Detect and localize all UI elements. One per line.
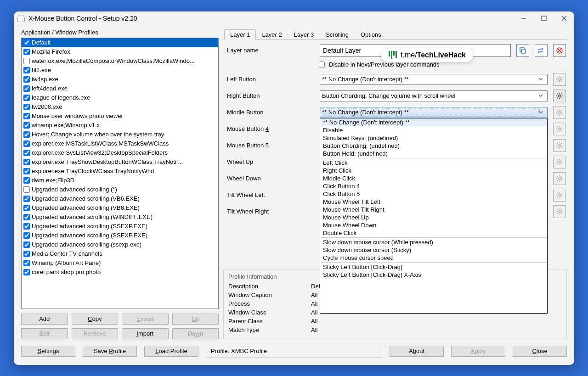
profile-label: Upgraded advanced scrolling (WINDIFF.EXE… [32,213,153,220]
save-profile-button[interactable]: Save Profile [83,346,137,357]
maximize-button[interactable] [534,11,554,26]
profile-checkbox[interactable] [23,67,30,73]
profile-checkbox[interactable] [23,177,30,184]
profile-item[interactable]: Upgraded advanced scrolling (SSEXP.EXE) [22,231,218,240]
reset-layer-button[interactable] [553,44,566,57]
dropdown-option[interactable]: Middle Click [320,174,547,182]
profile-checkbox[interactable] [23,260,30,266]
dropdown-option[interactable]: Double Click [320,229,547,237]
dropdown-option[interactable]: Mouse Wheel Up [320,213,547,221]
profile-item[interactable]: Winamp (Album Art Pane) [22,258,218,268]
profile-item[interactable]: Upgraded advanced scrolling (*) [22,185,218,194]
dropdown-option[interactable]: Button Chording: (undefined) [320,142,547,150]
dropdown-option[interactable]: Cycle mouse cursor speed [320,254,547,262]
profile-checkbox[interactable] [23,85,30,92]
profile-item[interactable]: waterfox.exe;MozillaCompositorWindowClas… [22,56,218,66]
swap-layer-button[interactable] [535,44,548,57]
dropdown-option[interactable]: Mouse Wheel Tilt Left [320,198,547,206]
profile-item[interactable]: league of legends.exe [22,93,218,102]
profile-item[interactable]: explorer.exe;MSTaskListWClass;MSTaskSwWC… [22,139,218,148]
profile-checkbox[interactable] [23,39,30,46]
profile-checkbox[interactable] [23,140,30,147]
profile-checkbox[interactable] [23,159,30,165]
minimize-button[interactable] [514,11,534,26]
dropdown-option[interactable]: Left Click [320,159,547,167]
profile-item[interactable]: corel paint shop pro photo [22,268,218,277]
profile-checkbox[interactable] [23,205,30,211]
dropdown-option[interactable]: Mouse Wheel Down [320,221,547,229]
profile-checkbox[interactable] [23,58,30,64]
tab-layer-2[interactable]: Layer 2 [256,29,288,40]
profile-checkbox[interactable] [23,269,30,275]
dropdown-option[interactable]: Mouse Wheel Tilt Right [320,206,547,213]
profile-checkbox[interactable] [23,95,30,101]
profile-item[interactable]: dwm.exe;Flip3D [22,176,218,185]
profile-list[interactable]: DefaultMozilla Firefoxwaterfox.exe;Mozil… [21,38,219,309]
profile-item[interactable]: Media Center TV channels [22,249,218,258]
tab-layer-1[interactable]: Layer 1 [224,29,256,40]
dropdown-option[interactable]: Click Button 4 [320,182,547,190]
load-profile-button[interactable]: Load Profile [144,346,198,357]
settings-button[interactable]: Settings [21,346,75,357]
profile-item[interactable]: iw4sp.exe [22,75,218,84]
dropdown-option[interactable]: ** No Change (Don't intercept) ** [320,118,547,126]
profile-checkbox[interactable] [23,232,30,239]
close-footer-button[interactable]: Close [513,346,567,357]
profile-item[interactable]: tw2008.exe [22,102,218,112]
dropdown-option[interactable]: Slow down mouse cursor (While pressed) [320,238,547,246]
profile-checkbox[interactable] [23,49,30,55]
profile-item[interactable]: explorer.exe;TrayClockWClass;TrayNotifyW… [22,167,218,176]
profile-checkbox[interactable] [23,122,30,129]
profile-checkbox[interactable] [23,76,30,83]
close-button[interactable] [554,11,574,26]
action-dropdown-popup[interactable]: ** No Change (Don't intercept) **Disable… [320,118,548,314]
action-dropdown[interactable]: ** No Change (Don't intercept) ** [320,74,548,85]
profile-checkbox[interactable] [23,223,30,230]
profile-checkbox[interactable] [23,196,30,202]
profile-item[interactable]: explorer.exe;TrayShowDesktopButtonWClass… [22,157,218,167]
svg-line-44 [561,127,562,127]
profile-item[interactable]: Upgraded advanced scrolling (ssexp.exe) [22,240,218,249]
profile-checkbox[interactable] [23,113,30,119]
profile-checkbox[interactable] [23,104,30,110]
dropdown-option[interactable]: Disable [320,126,547,134]
profile-checkbox[interactable] [23,150,30,156]
dropdown-option[interactable]: Right Click [320,167,547,174]
profile-item[interactable]: left4dead.exe [22,84,218,93]
disable-layer-checkbox[interactable] [319,62,325,67]
profile-checkbox[interactable] [23,168,30,174]
profile-checkbox[interactable] [23,241,30,248]
profile-item[interactable]: Mouse over windows photo viewer [22,112,218,121]
profile-item[interactable]: hl2.exe [22,66,218,75]
dropdown-option[interactable]: Sticky Left Button [Click-Drag] [320,263,547,271]
profile-item[interactable]: Upgraded advanced scrolling (VB6.EXE) [22,203,218,213]
profile-item[interactable]: Mozilla Firefox [22,47,218,56]
profile-item[interactable]: explorer.exe;SysListView32;DesktopSpecia… [22,148,218,157]
action-dropdown[interactable]: ** No Change (Don't intercept) ** [320,107,548,118]
profile-checkbox[interactable] [23,214,30,220]
tab-layer-3[interactable]: Layer 3 [288,29,320,40]
profile-checkbox[interactable] [23,186,30,193]
dropdown-option[interactable]: Sticky Left Button [Click-Drag] X-Axis [320,271,547,279]
profile-item[interactable]: Upgraded advanced scrolling (WINDIFF.EXE… [22,213,218,222]
tab-scrolling[interactable]: Scrolling [320,29,355,40]
profile-checkbox[interactable] [23,251,30,257]
add-button[interactable]: Add [21,314,68,325]
profile-item[interactable]: Hover: Change volume when over the syste… [22,130,218,139]
action-dropdown[interactable]: Button Chording: Change volume with scro… [320,90,548,101]
dropdown-option[interactable]: Slow down mouse cursor (Sticky) [320,246,547,254]
profile-item[interactable]: winamp.exe;Winamp v1.x [22,121,218,130]
dropdown-option[interactable]: Button Held: (undefined) [320,150,547,157]
about-button[interactable]: About [390,346,444,357]
profile-item[interactable]: Upgraded advanced scrolling (SSEXP.EXE) [22,222,218,231]
dropdown-option[interactable]: Click Button 5 [320,190,547,198]
copy-button[interactable]: Copy [72,314,119,325]
dropdown-option[interactable]: Simulated Keys: (undefined) [320,134,547,142]
profile-item[interactable]: Upgraded advanced scrolling (VB6.EXE) [22,194,218,203]
gear-icon[interactable] [553,90,566,102]
copy-layer-button[interactable] [516,44,529,57]
tab-options[interactable]: Options [355,29,387,40]
profile-checkbox[interactable] [23,131,30,138]
profile-item[interactable]: Default [22,38,218,47]
import-button[interactable]: Import [122,328,169,339]
